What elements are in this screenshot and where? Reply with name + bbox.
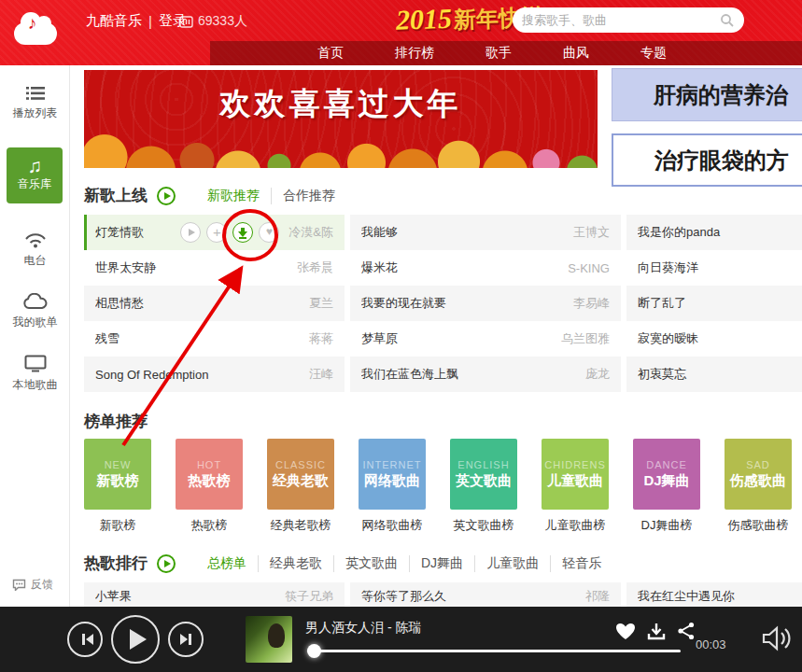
progress-thumb[interactable] [307, 644, 321, 658]
row-add-button[interactable] [206, 222, 227, 243]
song-artist[interactable]: 筷子兄弟 [285, 588, 333, 605]
song-row[interactable]: 相思情愁 夏兰 [84, 286, 345, 321]
song-artist[interactable]: 夏兰 [309, 295, 333, 312]
song-row[interactable]: 断了乱了 [626, 286, 802, 321]
rank-tile-sad[interactable]: SAD伤感歌曲 伤感歌曲榜 [725, 439, 792, 534]
tile-caption[interactable]: DJ舞曲榜 [633, 517, 700, 534]
sidebar-item-my-playlists[interactable]: 我的歌单 [0, 293, 70, 330]
nav-genres[interactable]: 曲风 [563, 45, 589, 62]
song-title[interactable]: 向日葵海洋 [638, 259, 791, 276]
song-title[interactable]: 我能够 [361, 224, 573, 241]
song-row[interactable]: 我能够 王博文 [350, 215, 621, 250]
sidebar-item-playlist[interactable]: 播放列表 [0, 86, 70, 121]
row-favorite-button[interactable] [259, 222, 279, 243]
song-artist[interactable]: 祁隆 [585, 588, 610, 605]
song-row[interactable]: 梦草原 乌兰图雅 [350, 321, 621, 357]
song-title[interactable]: 我要的现在就要 [361, 295, 573, 312]
ad-liver-nutrition[interactable]: 肝病的营养治 [612, 68, 802, 121]
song-row[interactable]: 等你等了那么久 祁隆 [350, 582, 621, 607]
tile-caption[interactable]: 新歌榜 [84, 517, 151, 534]
tab-hot-light[interactable]: 轻音乐 [550, 555, 612, 572]
song-row[interactable]: 初衷莫忘 [626, 357, 802, 392]
song-artist[interactable]: 汪峰 [309, 366, 333, 383]
song-row[interactable]: 世界太安静 张希晨 [84, 250, 345, 286]
next-track-button[interactable] [168, 622, 204, 657]
tab-hot-dj[interactable]: DJ舞曲 [409, 555, 474, 572]
song-title[interactable]: 相思情愁 [95, 295, 309, 312]
volume-icon[interactable] [761, 623, 793, 653]
song-title[interactable]: 初衷莫忘 [638, 366, 791, 383]
sidebar-item-local-songs[interactable]: 本地歌曲 [0, 355, 70, 393]
song-title[interactable]: 灯笼情歌 [95, 224, 180, 241]
song-artist[interactable]: 庞龙 [585, 366, 610, 383]
song-title[interactable]: 我是你的panda [638, 224, 791, 241]
song-row[interactable]: 向日葵海洋 [626, 250, 802, 286]
feedback-button[interactable]: 反馈 [12, 577, 53, 593]
song-title[interactable]: Song Of Redemption [95, 368, 309, 382]
song-title[interactable]: 世界太安静 [95, 259, 297, 276]
song-title[interactable]: 断了乱了 [638, 295, 791, 312]
song-artist[interactable]: 王博文 [573, 224, 610, 241]
tab-hot-classic[interactable]: 经典老歌 [258, 555, 333, 572]
sidebar-item-radio[interactable]: 电台 [0, 231, 70, 269]
song-title[interactable]: 我在红尘中遇见你 [638, 588, 791, 605]
song-row[interactable]: 我们在蓝色海上飘 庞龙 [350, 357, 621, 392]
previous-track-button[interactable] [67, 622, 103, 657]
tab-hot-english[interactable]: 英文歌曲 [333, 555, 409, 572]
tab-hot-all[interactable]: 总榜单 [196, 555, 258, 572]
song-title[interactable]: 小苹果 [95, 588, 285, 605]
tile-caption[interactable]: 热歌榜 [176, 517, 243, 534]
song-artist[interactable]: 冷漠&陈 [288, 224, 333, 241]
nav-home[interactable]: 首页 [317, 45, 344, 62]
tile-caption[interactable]: 儿童歌曲榜 [542, 517, 609, 534]
rank-tile-children[interactable]: CHIDRENS儿童歌曲 儿童歌曲榜 [542, 439, 609, 534]
song-title[interactable]: 等你等了那么久 [361, 588, 585, 605]
sidebar-item-library[interactable]: ♫ 音乐库 [7, 147, 63, 203]
new-songs-play-all-button[interactable] [157, 187, 176, 205]
tile-caption[interactable]: 网络歌曲榜 [359, 517, 426, 534]
rank-tile-internet[interactable]: INTERNET网络歌曲 网络歌曲榜 [359, 439, 426, 534]
tile-caption[interactable]: 经典老歌榜 [267, 517, 334, 534]
song-artist[interactable]: 乌兰图雅 [561, 330, 610, 347]
song-row[interactable]: 我在红尘中遇见你 [626, 582, 802, 607]
song-title[interactable]: 残雪 [95, 330, 309, 347]
nav-artists[interactable]: 歌手 [485, 45, 512, 62]
festival-banner[interactable]: 欢欢喜喜过大年 [84, 70, 598, 168]
row-download-button[interactable] [232, 222, 253, 243]
app-logo[interactable]: ♪ [0, 0, 70, 65]
tab-new-recommend[interactable]: 新歌推荐 [196, 188, 271, 204]
rank-tile-classic[interactable]: CLASSIC经典老歌 经典老歌榜 [267, 439, 334, 534]
song-title[interactable]: 梦草原 [361, 330, 561, 347]
tab-hot-children[interactable]: 儿童歌曲 [474, 555, 550, 572]
album-art[interactable] [246, 616, 292, 663]
search-bar[interactable] [513, 7, 744, 33]
song-row[interactable]: 残雪 蒋蒋 [84, 321, 345, 357]
nav-topics[interactable]: 专题 [640, 45, 667, 62]
tile-caption[interactable]: 英文歌曲榜 [450, 517, 517, 534]
rank-tile-hot[interactable]: HOT热歌榜 热歌榜 [176, 439, 243, 534]
song-row[interactable]: 我是你的panda [626, 215, 802, 250]
song-title[interactable]: 我们在蓝色海上飘 [361, 366, 585, 383]
tile-caption[interactable]: 伤感歌曲榜 [725, 517, 792, 534]
song-row[interactable]: 爆米花 S-KING [350, 250, 621, 286]
song-row[interactable]: 小苹果 筷子兄弟 [84, 582, 345, 607]
rank-tile-new[interactable]: NEW新歌榜 新歌榜 [84, 439, 151, 534]
song-row[interactable]: 寂寞的暧昧 [626, 321, 802, 357]
song-artist[interactable]: 张希晨 [297, 259, 333, 276]
song-row[interactable]: 灯笼情歌 冷漠&陈 [84, 215, 345, 250]
rank-tile-english[interactable]: ENGLISH英文歌曲 英文歌曲榜 [450, 439, 517, 534]
song-row[interactable]: 我要的现在就要 李易峰 [350, 286, 621, 321]
progress-bar[interactable] [307, 650, 681, 652]
song-artist[interactable]: 李易峰 [573, 295, 610, 312]
ad-eye-bags[interactable]: 治疗眼袋的方 [612, 133, 802, 187]
song-artist[interactable]: S-KING [568, 261, 610, 275]
song-row[interactable]: Song Of Redemption 汪峰 [84, 357, 345, 392]
tab-coop-recommend[interactable]: 合作推荐 [271, 188, 346, 204]
search-input[interactable] [522, 13, 720, 27]
search-icon[interactable] [720, 13, 735, 28]
hot-rank-play-all-button[interactable] [157, 554, 176, 573]
song-title[interactable]: 爆米花 [361, 259, 568, 276]
nav-charts[interactable]: 排行榜 [395, 45, 434, 62]
song-title[interactable]: 寂寞的暧昧 [638, 330, 791, 347]
row-play-button[interactable] [180, 222, 201, 243]
